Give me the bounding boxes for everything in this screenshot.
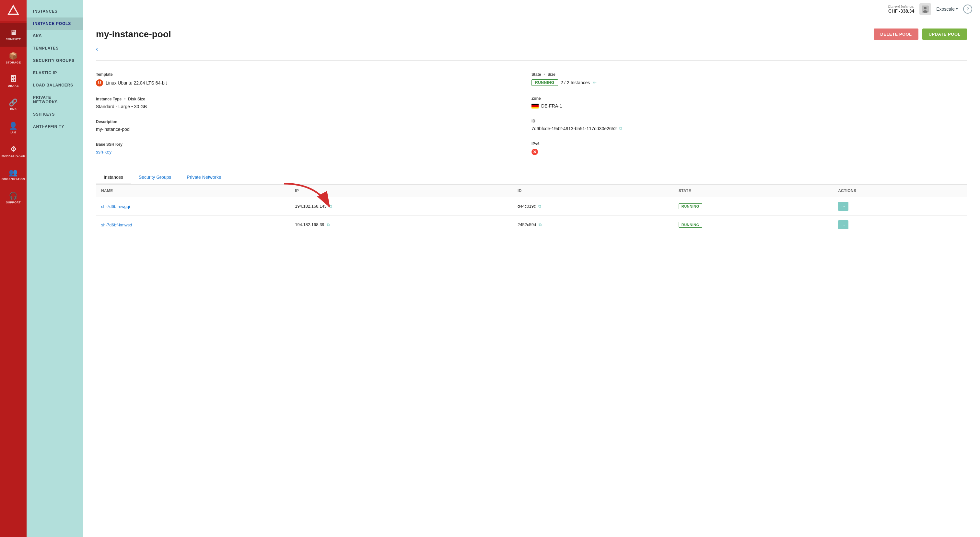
dbaas-icon: 🗄 — [10, 76, 17, 83]
back-arrow[interactable]: ‹ — [96, 45, 98, 52]
page-title: my-instance-pool — [96, 29, 171, 40]
sidebar-label-iam: IAM — [10, 131, 16, 134]
row2-actions: ··· — [833, 216, 967, 234]
delete-pool-button[interactable]: DELETE POOL — [874, 29, 918, 40]
sidebar-item-storage[interactable]: 📦 STORAGE — [0, 47, 27, 70]
tab-security-groups[interactable]: Security Groups — [131, 171, 179, 184]
ssh-key-label: Base SSH Key — [96, 142, 531, 147]
ipv6-value: ✕ — [531, 149, 967, 155]
sidebar-item-anti-affinity[interactable]: ANTI-AFFINITY — [27, 121, 83, 133]
edit-size-icon[interactable]: ✏ — [593, 80, 597, 85]
table-row: sh-7d6bf-kmwsd 194.182.168.39 ⧉ 2452c59d… — [96, 216, 967, 234]
copy-id-icon[interactable]: ⧉ — [619, 126, 622, 131]
state-section: State • Size RUNNING 2 / 2 Instances ✏ — [531, 67, 967, 91]
iam-icon: 👤 — [9, 122, 18, 130]
sidebar-item-instance-pools[interactable]: INSTANCE POOLS — [27, 17, 83, 30]
chevron-down-icon: ▾ — [956, 7, 958, 11]
row1-state: RUNNING — [673, 197, 833, 216]
info-grid: Template U Linux Ubuntu 22.04 LTS 64-bit… — [96, 60, 967, 160]
col-actions: Actions — [833, 184, 967, 197]
user-name[interactable]: Exoscale ▾ — [936, 6, 958, 12]
instance-type-section: Instance Type • Disk Size Standard - Lar… — [96, 92, 531, 114]
row2-actions-button[interactable]: ··· — [838, 220, 848, 229]
instances-table: Name IP ID State Actions sh-7d6bf-ewgqi … — [96, 184, 967, 234]
marketplace-icon: ⚙ — [10, 146, 17, 153]
page-content: my-instance-pool DELETE POOL UPDATE POOL… — [83, 18, 980, 537]
sidebar-item-ssh-keys[interactable]: SSH KEYS — [27, 108, 83, 121]
id-label: ID — [531, 119, 967, 123]
ipv6-disabled-icon: ✕ — [531, 149, 538, 155]
dns-icon: 🔗 — [9, 99, 18, 106]
description-section: Description my-instance-pool — [96, 114, 531, 137]
ipv6-section: IPv6 ✕ — [531, 137, 967, 160]
template-label: Template — [96, 72, 531, 77]
col-id: ID — [512, 184, 673, 197]
description-value: my-instance-pool — [96, 127, 531, 132]
support-icon: 🎧 — [9, 192, 18, 200]
row1-ip: 194.182.168.143 ⧉ — [290, 197, 512, 216]
col-name: Name — [96, 184, 290, 197]
sidebar-item-organization[interactable]: 👥 ORGANIZATION — [0, 163, 27, 187]
top-header: Current balance: CHF -338.34 Exoscale ▾ … — [83, 0, 980, 18]
sidebar-nav: 🖥 COMPUTE 📦 STORAGE 🗄 DBAAS 🔗 DNS 👤 IAM … — [0, 0, 27, 537]
sidebar-item-support[interactable]: 🎧 SUPPORT — [0, 187, 27, 210]
zone-value: DE-FRA-1 — [531, 103, 967, 108]
sidebar-item-iam[interactable]: 👤 IAM — [0, 117, 27, 140]
user-avatar — [920, 3, 931, 15]
row1-name[interactable]: sh-7d6bf-ewgqi — [96, 197, 290, 216]
zone-section: Zone DE-FRA-1 — [531, 91, 967, 114]
table-row: sh-7d6bf-ewgqi 194.182.168.143 ⧉ d44c019… — [96, 197, 967, 216]
copy-ip-row2-icon[interactable]: ⧉ — [327, 222, 329, 227]
row2-state: RUNNING — [673, 216, 833, 234]
copy-id-row2-icon[interactable]: ⧉ — [539, 222, 541, 227]
row2-name[interactable]: sh-7d6bf-kmwsd — [96, 216, 290, 234]
id-value: 7d6bfcde-1942-4913-b551-117dd30e2652 ⧉ — [531, 126, 967, 131]
svg-point-3 — [924, 7, 926, 10]
compute-icon: 🖥 — [10, 29, 17, 36]
main-content: Current balance: CHF -338.34 Exoscale ▾ … — [83, 0, 980, 537]
sidebar-label-dns: DNS — [10, 108, 16, 111]
page-title-bar: my-instance-pool DELETE POOL UPDATE POOL — [96, 29, 967, 40]
sidebar-item-dbaas[interactable]: 🗄 DBAAS — [0, 70, 27, 93]
row1-actions-button[interactable]: ··· — [838, 202, 848, 211]
row1-actions: ··· — [833, 197, 967, 216]
sidebar-item-dns[interactable]: 🔗 DNS — [0, 93, 27, 117]
update-pool-button[interactable]: UPDATE POOL — [922, 29, 967, 40]
sidebar-item-private-networks[interactable]: PRIVATE NETWORKS — [27, 91, 83, 108]
col-state: State — [673, 184, 833, 197]
sidebar-label-dbaas: DBAAS — [8, 84, 19, 87]
balance-section: Current balance: CHF -338.34 — [888, 5, 914, 14]
tabs-table-container: Instances Security Groups Private Networ… — [96, 171, 967, 234]
sidebar-item-compute[interactable]: 🖥 COMPUTE — [0, 23, 27, 47]
sidebar-item-sks[interactable]: SKS — [27, 30, 83, 42]
description-label: Description — [96, 119, 531, 124]
ipv6-label: IPv6 — [531, 141, 967, 146]
tab-instances[interactable]: Instances — [96, 171, 131, 184]
title-actions: DELETE POOL UPDATE POOL — [874, 29, 967, 40]
sidebar-item-elastic-ip[interactable]: ELASTIC IP — [27, 67, 83, 79]
ssh-key-value[interactable]: ssh-key — [96, 149, 531, 154]
template-value: U Linux Ubuntu 22.04 LTS 64-bit — [96, 79, 531, 86]
sidebar-item-load-balancers[interactable]: LOAD BALANCERS — [27, 79, 83, 91]
tabs-container: Instances Security Groups Private Networ… — [96, 171, 967, 184]
row1-id: d44c019c ⧉ — [512, 197, 673, 216]
sidebar-item-templates[interactable]: TEMPLATES — [27, 42, 83, 54]
app-logo[interactable] — [0, 0, 27, 21]
ssh-key-section: Base SSH Key ssh-key — [96, 137, 531, 160]
state-label: State • Size — [531, 72, 967, 77]
help-icon[interactable]: ? — [963, 5, 972, 14]
sidebar-item-instances[interactable]: INSTANCES — [27, 5, 83, 17]
state-value: RUNNING 2 / 2 Instances ✏ — [531, 79, 967, 86]
sidebar-item-marketplace[interactable]: ⚙ MARKETPLACE — [0, 140, 27, 163]
tab-private-networks[interactable]: Private Networks — [179, 171, 229, 184]
row2-state-badge: RUNNING — [679, 222, 702, 228]
balance-amount: CHF -338.34 — [888, 8, 914, 14]
sidebar-item-security-groups[interactable]: SECURITY GROUPS — [27, 54, 83, 67]
sidebar-label-organization: ORGANIZATION — [2, 178, 25, 181]
template-section: Template U Linux Ubuntu 22.04 LTS 64-bit — [96, 67, 531, 92]
germany-flag-icon — [531, 104, 539, 108]
sidebar-label-storage: STORAGE — [6, 61, 21, 64]
copy-id-row1-icon[interactable]: ⧉ — [538, 204, 541, 208]
copy-ip-row1-icon[interactable]: ⧉ — [329, 204, 332, 208]
zone-label: Zone — [531, 96, 967, 101]
